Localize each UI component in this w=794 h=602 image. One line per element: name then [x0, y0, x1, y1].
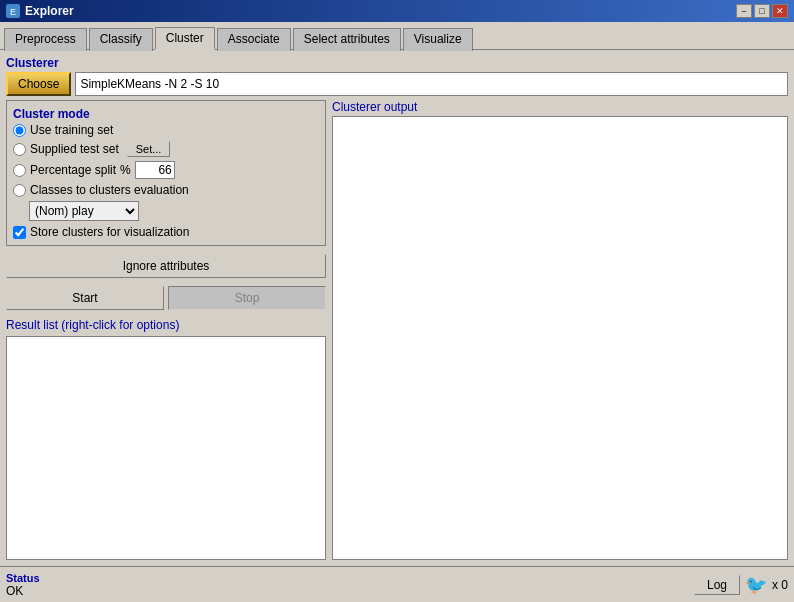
app-icon: E	[6, 4, 20, 18]
set-button[interactable]: Set...	[127, 141, 171, 157]
tab-classify[interactable]: Classify	[89, 28, 153, 51]
weka-icon: 🐦	[744, 573, 768, 597]
stop-button: Stop	[168, 286, 326, 310]
close-button[interactable]: ✕	[772, 4, 788, 18]
result-label: Result list (right-click for options)	[6, 318, 326, 332]
clusterer-section: Clusterer Choose	[6, 56, 788, 96]
title-bar-left: E Explorer	[6, 4, 74, 18]
output-label: Clusterer output	[332, 100, 788, 114]
radio-classes-input[interactable]	[13, 184, 26, 197]
store-clusters-label: Store clusters for visualization	[30, 225, 189, 239]
svg-text:E: E	[10, 7, 16, 17]
start-button[interactable]: Start	[6, 286, 164, 310]
status-left: Status OK	[6, 572, 40, 598]
pct-symbol: %	[120, 163, 131, 177]
radio-use-training: Use training set	[13, 123, 319, 137]
title-bar: E Explorer − □ ✕	[0, 0, 794, 22]
ignore-attributes-button[interactable]: Ignore attributes	[6, 254, 326, 278]
tab-bar: Preprocess Classify Cluster Associate Se…	[0, 22, 794, 50]
x-label: x 0	[772, 578, 788, 592]
status-right: Log 🐦 x 0	[694, 573, 788, 597]
clusterer-label: Clusterer	[6, 56, 788, 70]
window-title: Explorer	[25, 4, 74, 18]
radio-supplied-test-input[interactable]	[13, 143, 26, 156]
clusterer-row: Choose	[6, 72, 788, 96]
status-value: OK	[6, 584, 40, 598]
cluster-mode-label: Cluster mode	[13, 107, 319, 121]
result-box	[6, 336, 326, 560]
tab-associate[interactable]: Associate	[217, 28, 291, 51]
left-panel: Cluster mode Use training set Supplied t…	[6, 100, 326, 560]
minimize-button[interactable]: −	[736, 4, 752, 18]
main-content: Clusterer Choose Cluster mode Use traini…	[0, 50, 794, 566]
log-button[interactable]: Log	[694, 575, 740, 595]
window-controls: − □ ✕	[736, 4, 788, 18]
nom-select[interactable]: (Nom) play	[29, 201, 139, 221]
two-column-layout: Cluster mode Use training set Supplied t…	[6, 100, 788, 560]
tab-select-attributes[interactable]: Select attributes	[293, 28, 401, 51]
tab-preprocess[interactable]: Preprocess	[4, 28, 87, 51]
tab-visualize[interactable]: Visualize	[403, 28, 473, 51]
maximize-button[interactable]: □	[754, 4, 770, 18]
radio-supplied-test: Supplied test set Set...	[13, 141, 319, 157]
radio-percentage-split: Percentage split %	[13, 161, 319, 179]
cluster-mode-box: Cluster mode Use training set Supplied t…	[6, 100, 326, 246]
radio-classes-label: Classes to clusters evaluation	[30, 183, 189, 197]
action-row: Start Stop	[6, 286, 326, 310]
algorithm-input[interactable]	[75, 72, 788, 96]
status-bar: Status OK Log 🐦 x 0	[0, 566, 794, 602]
radio-percentage-label: Percentage split	[30, 163, 116, 177]
right-panel: Clusterer output	[332, 100, 788, 560]
radio-use-training-label: Use training set	[30, 123, 113, 137]
choose-button[interactable]: Choose	[6, 72, 71, 96]
radio-supplied-test-label: Supplied test set	[30, 142, 119, 156]
nom-row: (Nom) play	[29, 201, 319, 221]
store-clusters-row: Store clusters for visualization	[13, 225, 319, 239]
status-label: Status	[6, 572, 40, 584]
output-box	[332, 116, 788, 560]
tab-cluster[interactable]: Cluster	[155, 27, 215, 50]
pct-input[interactable]	[135, 161, 175, 179]
store-clusters-checkbox[interactable]	[13, 226, 26, 239]
radio-classes-to-clusters: Classes to clusters evaluation	[13, 183, 319, 197]
radio-percentage-split-input[interactable]	[13, 164, 26, 177]
radio-use-training-input[interactable]	[13, 124, 26, 137]
window-body: Preprocess Classify Cluster Associate Se…	[0, 22, 794, 602]
